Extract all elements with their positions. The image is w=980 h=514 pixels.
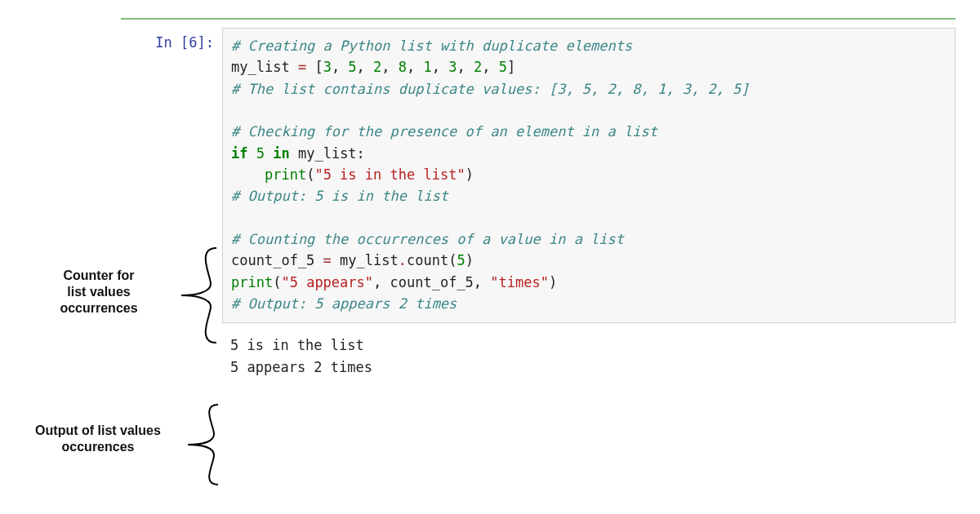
code-indent <box>231 166 265 183</box>
code-keyword: in <box>273 145 289 162</box>
cell-top-divider <box>121 18 956 20</box>
code-op: . <box>399 252 407 268</box>
annotation-text: Output of list values <box>16 423 180 439</box>
code-text: ) <box>466 166 474 183</box>
code-num: 5 <box>457 252 465 268</box>
code-text: ( <box>273 274 281 290</box>
output-line: 5 is in the list <box>230 337 364 353</box>
code-builtin: print <box>231 274 273 290</box>
code-num: 5 <box>348 59 356 75</box>
code-num: 8 <box>399 59 407 75</box>
code-num: 1 <box>424 59 432 75</box>
brace-icon <box>172 243 222 348</box>
code-op: = <box>323 252 332 268</box>
annotation-text: list values <box>29 284 168 300</box>
code-text: , <box>357 59 373 75</box>
code-text: , <box>407 59 423 75</box>
brace-icon <box>181 400 222 490</box>
annotation-text: occurrences <box>29 300 168 317</box>
code-text <box>265 145 273 162</box>
code-text: , count_of_5, <box>373 274 490 290</box>
code-input-area[interactable]: # Creating a Python list with duplicate … <box>222 28 956 323</box>
code-output-area: 5 is in the list 5 appears 2 times <box>222 323 956 383</box>
code-text: [ <box>306 59 323 75</box>
code-text: , <box>457 59 474 75</box>
code-text: count( <box>407 252 457 268</box>
code-text: my_list <box>332 252 399 268</box>
code-builtin: print <box>265 166 306 183</box>
code-num: 5 <box>499 59 507 75</box>
output-row: 5 is in the list 5 appears 2 times <box>121 323 956 383</box>
code-op: = <box>298 59 306 75</box>
input-row: In [6]: # Creating a Python list with du… <box>121 28 956 323</box>
code-comment: # Creating a Python list with duplicate … <box>231 38 632 54</box>
code-num: 5 <box>256 145 265 162</box>
input-prompt: In [6]: <box>121 28 222 51</box>
annotation-counter-label: Counter for list values occurrences <box>29 268 168 317</box>
code-num: 3 <box>323 59 332 75</box>
notebook-cell: In [6]: # Creating a Python list with du… <box>121 28 956 383</box>
code-num: 2 <box>474 59 482 75</box>
code-keyword: if <box>231 145 247 162</box>
code-string: "5 appears" <box>281 274 373 290</box>
code-text: ( <box>306 166 314 183</box>
code-num: 3 <box>448 59 457 75</box>
code-text: ) <box>549 274 557 290</box>
code-text: ) <box>466 252 474 268</box>
code-text <box>247 145 256 162</box>
code-comment: # The list contains duplicate values: [3… <box>231 81 750 97</box>
annotation-text: occurences <box>16 439 180 455</box>
code-comment: # Output: 5 appears 2 times <box>231 295 457 312</box>
code-text: , <box>332 59 348 75</box>
annotation-text: Counter for <box>29 268 168 284</box>
code-text: ] <box>507 59 515 75</box>
code-comment: # Checking for the presence of an elemen… <box>231 123 657 140</box>
code-string: "5 is in the list" <box>314 166 465 183</box>
output-line: 5 appears 2 times <box>230 359 372 375</box>
code-text: my_list: <box>290 145 365 162</box>
code-text: , <box>432 59 448 75</box>
code-text: , <box>381 59 398 75</box>
code-text: count_of_5 <box>231 252 323 268</box>
code-num: 2 <box>373 59 381 75</box>
code-comment: # Output: 5 is in the list <box>231 188 448 204</box>
code-text: , <box>482 59 498 75</box>
code-string: "times" <box>490 274 549 290</box>
code-text: my_list <box>231 59 298 75</box>
annotation-output-label: Output of list values occurences <box>16 423 180 455</box>
code-comment: # Counting the occurrences of a value in… <box>231 231 624 247</box>
